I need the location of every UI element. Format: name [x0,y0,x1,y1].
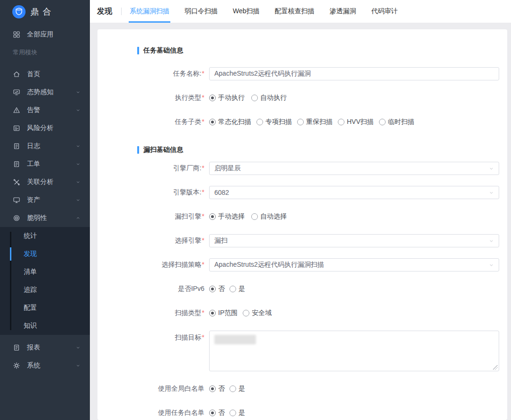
document-icon [13,142,20,150]
form-row-task-subtype: 任务子类* 常态化扫描 专项扫描 重保扫描 HVV扫描 临时扫描 [97,115,507,129]
sidebar-item-risk-analysis[interactable]: 风险分析 [0,119,90,137]
scan-policy-select[interactable]: ApacheStruts2远程代码执行漏洞扫描 [209,258,499,271]
sidebar-item-system[interactable]: 系统 [0,357,90,375]
sidebar-subitem-statistics[interactable]: 统计 [0,227,90,245]
sidebar-item-home[interactable]: 首页 [0,65,90,83]
tab-code-audit[interactable]: 代码审计 [371,0,398,23]
grid-icon [13,31,20,38]
chevron-down-icon [489,166,494,171]
field-label: 使用任务白名单 [97,409,209,417]
chevron-down-icon [489,190,494,195]
radio-global-whitelist-no[interactable]: 否 [209,385,225,393]
field-label: 选择引擎* [97,236,209,245]
sidebar-item-logs[interactable]: 日志 [0,137,90,155]
radio-ip-range[interactable]: IP范围 [209,309,238,317]
tab-weak-password-scan[interactable]: 弱口令扫描 [185,0,218,23]
radio-global-whitelist-yes[interactable]: 是 [229,385,245,393]
sidebar-subitem-tracking[interactable]: 追踪 [0,281,90,299]
task-name-input[interactable] [209,67,499,80]
field-label: 选择扫描策略* [97,261,209,269]
radio-special-scan[interactable]: 专项扫描 [256,118,292,126]
sidebar-item-assets[interactable]: 资产 [0,191,90,209]
scan-target-textarea[interactable] [209,331,499,371]
resize-handle[interactable] [493,365,498,370]
sidebar-group-label: 常用模块 [0,42,90,60]
content-area: 任务基础信息 任务名称:* 执行类型* 手动执行 自动执行 [90,23,511,420]
brand-header[interactable]: 鼎合 [0,0,90,24]
radio-ipv6-no[interactable]: 否 [209,285,225,293]
radio-normalized-scan[interactable]: 常态化扫描 [209,118,251,126]
form-row-scan-type: 扫描类型* IP范围 安全域 [97,306,507,320]
tab-config-check-scan[interactable]: 配置核查扫描 [275,0,315,23]
radio-security-domain[interactable]: 安全域 [243,309,272,317]
radio-key-protection-scan[interactable]: 重保扫描 [297,118,333,126]
sidebar-nav: 首页 态势感知 告警 风险分析 日志 [0,65,90,375]
sidebar-subitem-discovery[interactable]: 发现 [0,245,90,263]
target-icon [13,214,20,222]
sidebar-subitem-inventory[interactable]: 清单 [0,263,90,281]
tab-web-scan[interactable]: Web扫描 [233,0,260,23]
form-row-engine-vendor: 引擎厂商:* 启明星辰 [97,162,507,175]
radio-task-whitelist-yes[interactable]: 是 [229,409,245,417]
form-row-scan-target: 扫描目标* [97,331,507,371]
field-label: 使用全局白名单 [97,385,209,393]
field-label: 任务子类* [97,118,209,126]
radio-manual-execution[interactable]: 手动执行 [209,94,245,102]
sidebar-item-correlation-analysis[interactable]: 关联分析 [0,173,90,191]
form-row-engine-version: 引擎版本:* 6082 [97,186,507,199]
app-window: 鼎合 全部应用 常用模块 首页 态势感知 告警 风 [0,0,511,420]
select-engine-select[interactable]: 漏扫 [209,234,499,247]
tools-icon [13,178,20,186]
radio-ipv6-yes[interactable]: 是 [229,285,245,293]
redacted-content [214,335,256,344]
form-row-ipv6: 是否IPv6 否 是 [97,282,507,296]
field-label: 扫描类型* [97,309,209,317]
sidebar: 鼎合 全部应用 常用模块 首页 态势感知 告警 风 [0,0,90,420]
engine-version-select[interactable]: 6082 [209,186,499,199]
sidebar-item-situational-awareness[interactable]: 态势感知 [0,83,90,101]
field-label: 任务名称:* [97,70,209,78]
sidebar-item-alerts[interactable]: 告警 [0,101,90,119]
form-row-task-name: 任务名称:* [97,67,507,80]
sidebar-subitem-configuration[interactable]: 配置 [0,299,90,317]
radio-temporary-scan[interactable]: 临时扫描 [379,118,414,126]
page-title: 发现 [97,7,112,17]
radio-manual-select[interactable]: 手动选择 [209,212,245,221]
form-row-global-whitelist: 使用全局白名单 否 是 [97,382,507,395]
field-label: 执行类型* [97,94,209,102]
radio-hvv-scan[interactable]: HVV扫描 [338,118,374,126]
chevron-down-icon [76,345,80,350]
sidebar-subitem-knowledge[interactable]: 知识 [0,317,90,335]
all-apps-label: 全部应用 [27,30,53,39]
section-title-bar [137,146,139,154]
form-row-task-whitelist: 使用任务白名单 否 是 [97,406,507,420]
section-title-bar [137,47,139,54]
screen-icon [13,196,20,204]
radio-auto-execution[interactable]: 自动执行 [251,94,287,102]
field-label: 扫描目标* [97,331,209,342]
warning-triangle-icon [13,106,20,114]
chevron-down-icon [76,198,80,202]
radio-auto-select[interactable]: 自动选择 [251,212,287,221]
chevron-down-icon [489,262,494,268]
section-task-basic-info: 任务基础信息 任务名称:* 执行类型* 手动执行 自动执行 [97,46,507,129]
tab-system-vuln-scan[interactable]: 系统漏洞扫描 [130,0,169,23]
sidebar-item-vulnerability[interactable]: 脆弱性 [0,209,90,227]
all-apps-button[interactable]: 全部应用 [0,27,90,42]
form-row-scan-engine-mode: 漏扫引擎* 手动选择 自动选择 [97,210,507,223]
scan-type-tabs: 系统漏洞扫描 弱口令扫描 Web扫描 配置核查扫描 渗透漏洞 代码审计 [130,0,398,23]
document-icon [13,344,20,351]
chevron-down-icon [76,108,80,113]
field-label: 漏扫引擎* [97,212,209,221]
tab-penetration-vuln[interactable]: 渗透漏洞 [330,0,356,23]
gear-icon [13,362,20,369]
sidebar-item-work-orders[interactable]: 工单 [0,155,90,173]
header-divider [121,8,122,15]
radio-task-whitelist-no[interactable]: 否 [209,409,225,417]
chevron-down-icon [489,238,494,244]
vulnerability-submenu: 统计 发现 清单 追踪 配置 知识 [0,227,90,335]
sidebar-item-reports[interactable]: 报表 [0,339,90,357]
chevron-down-icon [76,144,80,149]
field-label: 引擎版本:* [97,188,209,197]
engine-vendor-select[interactable]: 启明星辰 [209,162,499,175]
